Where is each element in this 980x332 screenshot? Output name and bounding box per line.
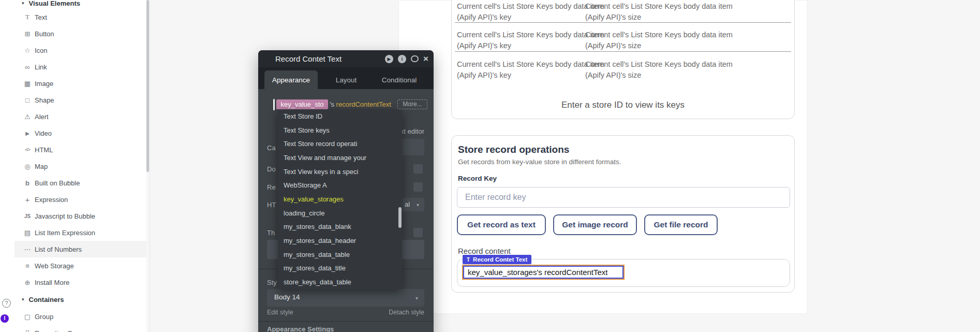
section-visual-elements[interactable]: ▾ Visual Elements <box>14 0 146 9</box>
property-editor-header[interactable]: Record Contet Text ▶ i × <box>258 50 434 67</box>
sidebar-item-group[interactable]: ▢Group <box>14 308 146 325</box>
sidebar-item-list-of-numbers[interactable]: ⋯List of Numbers <box>14 241 146 257</box>
sidebar-item-install-more[interactable]: ⊕Install More <box>14 274 146 291</box>
comment-icon[interactable] <box>411 55 419 62</box>
get-image-record-button[interactable]: Get image record <box>553 214 637 235</box>
checkbox[interactable] <box>413 164 423 174</box>
record-content-label[interactable]: Record content <box>458 247 511 255</box>
text-cursor <box>273 99 275 110</box>
row-divider <box>455 51 791 52</box>
plus-circle-icon: ⊕ <box>20 279 35 286</box>
dropdown-item[interactable]: my_stores_data_title <box>278 262 402 276</box>
sidebar-item-image[interactable]: ▦Image <box>14 75 146 92</box>
card-subtitle[interactable]: Get records from key-value store in diff… <box>458 158 621 166</box>
repeating-group-icon: ⠿ <box>20 329 35 332</box>
bubble-editor: ? I ▾ Visual Elements TText ⊞Button ☆Ico… <box>0 0 980 332</box>
palette-scrollbar[interactable] <box>146 0 149 172</box>
dropdown-item[interactable]: Text Store ID <box>278 109 402 123</box>
avatar[interactable]: I <box>1 314 9 323</box>
get-file-record-button[interactable]: Get file record <box>644 214 718 235</box>
property-editor: Record Contet Text ▶ i × Appearance Layo… <box>258 50 434 332</box>
panel-title: Record Contet Text <box>275 54 341 63</box>
dropdown-item-highlighted[interactable]: key_value_storages <box>278 192 402 206</box>
sidebar-item-shape[interactable]: □Shape <box>14 92 146 108</box>
detach-style-link[interactable]: Detach style <box>389 309 424 316</box>
dynamic-expression-text: key_value_storages's recordContentText <box>463 266 623 279</box>
dropdown-item[interactable]: loading_circle <box>278 206 402 220</box>
key-cell-text[interactable]: Current cell's List Store Keys body data… <box>457 59 604 81</box>
sidebar-item-javascript-to-bubble[interactable]: JSJavascript to Bubble <box>14 208 146 224</box>
sidebar-item-button[interactable]: ⊞Button <box>14 25 146 42</box>
empty-state-text[interactable]: Enter a store ID to view its keys <box>452 100 794 110</box>
dropdown-item[interactable]: Text Store keys <box>278 123 402 137</box>
map-pin-icon: ◎ <box>20 163 35 170</box>
dropdown-item[interactable]: Text Store record operati <box>278 137 402 151</box>
sidebar-item-html[interactable]: </>HTML <box>14 141 146 158</box>
shape-icon: □ <box>20 96 35 104</box>
storage-icon: ≡ <box>20 262 35 270</box>
close-icon[interactable]: × <box>423 55 428 63</box>
text-element-icon: T <box>467 257 470 263</box>
dropdown-item[interactable]: store_keys_data_table <box>278 275 402 289</box>
dropdown-item[interactable]: Text View keys in a speci <box>278 165 402 179</box>
store-record-operations-card[interactable]: Store record operations Get records from… <box>451 135 795 293</box>
size-cell-text[interactable]: Current cell's List Store Keys body data… <box>585 1 733 23</box>
record-key-label[interactable]: Record Key <box>458 175 497 182</box>
selected-text-element[interactable]: key_value_storages's recordContentText <box>462 265 625 280</box>
sidebar-item-expression[interactable]: +Expression <box>14 191 146 208</box>
label-partial-re: Re <box>267 183 277 191</box>
dropdown-item[interactable]: WebStorage A <box>278 178 402 192</box>
more-token[interactable]: More... <box>397 99 427 109</box>
text-icon: T <box>20 13 35 21</box>
selected-element-tag[interactable]: T Record Contet Text <box>463 255 531 264</box>
tab-conditional[interactable]: Conditional <box>375 70 424 89</box>
record-key-input[interactable] <box>457 187 790 208</box>
expression-chip[interactable]: key_value_sto <box>276 99 328 109</box>
help-icon[interactable]: ? <box>2 299 11 308</box>
text-editor-hint-partial: xt editor <box>400 127 424 135</box>
dropdown-scrollbar[interactable] <box>398 207 402 228</box>
tab-appearance[interactable]: Appearance <box>264 70 318 89</box>
sidebar-item-video[interactable]: ▶Video <box>14 125 146 141</box>
style-select-value: Body 14 <box>274 293 300 301</box>
dropdown-item[interactable]: my_stores_data_header <box>278 234 402 248</box>
get-record-as-text-button[interactable]: Get record as text <box>457 214 546 235</box>
sidebar-item-alert[interactable]: ⚠Alert <box>14 108 146 125</box>
store-keys-card[interactable]: Current cell's List Store Keys body data… <box>451 0 795 119</box>
link-icon: ∞ <box>20 63 35 71</box>
key-cell-text[interactable]: Current cell's List Store Keys body data… <box>457 1 604 23</box>
dropdown-item[interactable]: my_stores_data_blank <box>278 220 402 234</box>
ellipsis-icon: ⋯ <box>20 246 35 253</box>
info-icon[interactable]: i <box>398 55 406 63</box>
video-icon: ▶ <box>20 131 35 136</box>
sidebar-item-repeating-group[interactable]: ⠿Repeating Group <box>14 325 146 332</box>
sidebar-item-link[interactable]: ∞Link <box>14 59 146 75</box>
row-divider <box>455 22 791 23</box>
js-icon: JS <box>20 213 35 219</box>
dropdown-item[interactable]: Text View and manage your <box>278 151 402 165</box>
sidebar-item-text[interactable]: TText <box>14 9 146 25</box>
sidebar-item-web-storage[interactable]: ≡Web Storage <box>14 257 146 274</box>
sidebar-item-list-item-expression[interactable]: ▤List Item Expression <box>14 224 146 241</box>
expression-field[interactable]: recordContentText <box>336 100 391 108</box>
sidebar-item-built-on-bubble[interactable]: bBuilt on Bubble <box>14 175 146 191</box>
section-containers[interactable]: ▾ Containers <box>14 293 146 306</box>
size-cell-text[interactable]: Current cell's List Store Keys body data… <box>585 59 733 81</box>
sidebar-item-icon[interactable]: ☆Icon <box>14 42 146 59</box>
edit-style-link[interactable]: Edit style <box>267 309 293 316</box>
key-cell-text[interactable]: Current cell's List Store Keys body data… <box>457 30 604 51</box>
tab-layout[interactable]: Layout <box>325 70 367 89</box>
card-title[interactable]: Store record operations <box>458 144 569 155</box>
bubble-icon: b <box>20 179 35 187</box>
style-select[interactable]: Body 14 ▾ <box>267 289 424 307</box>
chevron-down-icon: ▾ <box>417 202 419 208</box>
label-partial-ca: Ca <box>267 144 277 152</box>
sidebar-item-map[interactable]: ◎Map <box>14 158 146 175</box>
checkbox[interactable] <box>413 182 423 192</box>
preview-icon[interactable]: ▶ <box>385 55 393 63</box>
appearance-settings-heading: Appearance Settings <box>267 325 334 332</box>
size-cell-text[interactable]: Current cell's List Store Keys body data… <box>585 30 733 51</box>
dropdown-item[interactable]: my_stores_data_table <box>278 248 402 262</box>
alert-icon: ⚠ <box>20 113 35 121</box>
checkbox[interactable] <box>413 228 423 237</box>
